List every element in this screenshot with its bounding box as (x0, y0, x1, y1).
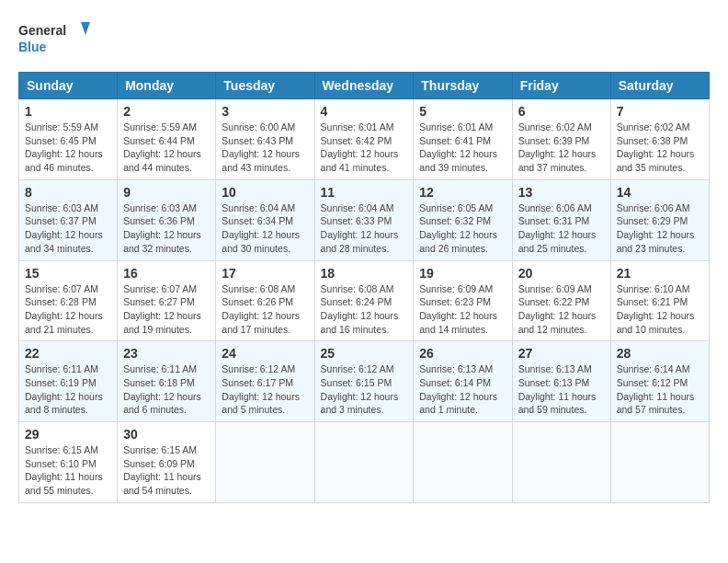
day-info: Sunrise: 6:07 AMSunset: 6:27 PMDaylight:… (123, 282, 210, 337)
calendar-cell (610, 422, 709, 503)
day-info: Sunrise: 6:10 AMSunset: 6:21 PMDaylight:… (617, 282, 703, 337)
day-number: 30 (123, 427, 210, 442)
day-number: 1 (25, 104, 111, 119)
day-number: 15 (25, 266, 111, 281)
calendar-cell: 1Sunrise: 5:59 AMSunset: 6:45 PMDaylight… (19, 99, 118, 180)
day-info: Sunrise: 5:59 AMSunset: 6:44 PMDaylight:… (123, 121, 210, 175)
day-info: Sunrise: 6:09 AMSunset: 6:23 PMDaylight:… (419, 282, 506, 337)
day-info: Sunrise: 6:08 AMSunset: 6:24 PMDaylight:… (321, 282, 408, 337)
day-info: Sunrise: 5:59 AMSunset: 6:45 PMDaylight:… (25, 121, 111, 175)
column-header-tuesday: Tuesday (216, 73, 314, 99)
calendar-cell: 27Sunrise: 6:13 AMSunset: 6:13 PMDayligh… (512, 341, 610, 422)
calendar-cell: 5Sunrise: 6:01 AMSunset: 6:41 PMDaylight… (414, 99, 512, 180)
calendar-cell: 11Sunrise: 6:04 AMSunset: 6:33 PMDayligh… (314, 179, 414, 260)
column-header-monday: Monday (118, 73, 216, 99)
week-row-1: 1Sunrise: 5:59 AMSunset: 6:45 PMDaylight… (19, 99, 710, 180)
day-number: 12 (419, 185, 506, 200)
calendar-cell (216, 422, 314, 503)
calendar-cell: 30Sunrise: 6:15 AMSunset: 6:09 PMDayligh… (118, 422, 216, 503)
day-number: 16 (123, 266, 210, 281)
calendar-cell: 14Sunrise: 6:06 AMSunset: 6:29 PMDayligh… (610, 179, 709, 260)
calendar-cell: 4Sunrise: 6:01 AMSunset: 6:42 PMDaylight… (314, 99, 414, 180)
calendar-cell: 10Sunrise: 6:04 AMSunset: 6:34 PMDayligh… (216, 179, 314, 260)
calendar-cell: 21Sunrise: 6:10 AMSunset: 6:21 PMDayligh… (610, 260, 709, 341)
day-number: 21 (617, 266, 703, 281)
svg-text:General: General (18, 23, 66, 38)
calendar-table: SundayMondayTuesdayWednesdayThursdayFrid… (18, 72, 710, 503)
column-header-friday: Friday (512, 73, 610, 99)
calendar-cell: 23Sunrise: 6:11 AMSunset: 6:18 PMDayligh… (118, 341, 216, 422)
calendar-cell: 20Sunrise: 6:09 AMSunset: 6:22 PMDayligh… (512, 260, 610, 341)
calendar-cell: 17Sunrise: 6:08 AMSunset: 6:26 PMDayligh… (216, 260, 314, 341)
day-number: 4 (321, 104, 408, 119)
svg-text:Blue: Blue (18, 40, 47, 54)
calendar-cell: 6Sunrise: 6:02 AMSunset: 6:39 PMDaylight… (512, 99, 610, 180)
week-row-5: 29Sunrise: 6:15 AMSunset: 6:10 PMDayligh… (19, 422, 710, 503)
calendar-cell: 25Sunrise: 6:12 AMSunset: 6:15 PMDayligh… (314, 341, 414, 422)
day-info: Sunrise: 6:11 AMSunset: 6:18 PMDaylight:… (123, 362, 210, 417)
page-header: General Blue (18, 18, 710, 63)
day-number: 7 (617, 104, 703, 119)
day-info: Sunrise: 6:12 AMSunset: 6:15 PMDaylight:… (321, 362, 408, 417)
calendar-cell: 9Sunrise: 6:03 AMSunset: 6:36 PMDaylight… (118, 179, 216, 260)
day-info: Sunrise: 6:02 AMSunset: 6:38 PMDaylight:… (617, 121, 703, 175)
calendar-cell: 22Sunrise: 6:11 AMSunset: 6:19 PMDayligh… (19, 341, 118, 422)
calendar-cell: 18Sunrise: 6:08 AMSunset: 6:24 PMDayligh… (314, 260, 414, 341)
week-row-3: 15Sunrise: 6:07 AMSunset: 6:28 PMDayligh… (19, 260, 710, 341)
calendar-cell: 13Sunrise: 6:06 AMSunset: 6:31 PMDayligh… (512, 179, 610, 260)
day-number: 13 (518, 185, 605, 200)
calendar-cell: 12Sunrise: 6:05 AMSunset: 6:32 PMDayligh… (414, 179, 512, 260)
day-number: 10 (222, 185, 308, 200)
day-number: 2 (123, 104, 210, 119)
logo-svg: General Blue (18, 18, 92, 63)
calendar-cell: 26Sunrise: 6:13 AMSunset: 6:14 PMDayligh… (414, 341, 512, 422)
day-number: 20 (518, 266, 605, 281)
day-number: 19 (419, 266, 506, 281)
column-header-saturday: Saturday (610, 73, 709, 99)
day-info: Sunrise: 6:02 AMSunset: 6:39 PMDaylight:… (518, 121, 605, 175)
column-header-thursday: Thursday (414, 73, 512, 99)
day-number: 24 (222, 346, 308, 361)
day-number: 5 (419, 104, 506, 119)
day-info: Sunrise: 6:01 AMSunset: 6:42 PMDaylight:… (321, 121, 408, 175)
day-number: 27 (518, 346, 605, 361)
day-number: 11 (321, 185, 408, 200)
calendar-cell (314, 422, 414, 503)
day-number: 6 (518, 104, 605, 119)
calendar-cell (414, 422, 512, 503)
week-row-2: 8Sunrise: 6:03 AMSunset: 6:37 PMDaylight… (19, 179, 710, 260)
day-number: 25 (321, 346, 408, 361)
calendar-cell: 24Sunrise: 6:12 AMSunset: 6:17 PMDayligh… (216, 341, 314, 422)
day-info: Sunrise: 6:13 AMSunset: 6:13 PMDaylight:… (518, 362, 605, 417)
day-number: 28 (617, 346, 703, 361)
day-number: 14 (617, 185, 703, 200)
calendar-cell: 15Sunrise: 6:07 AMSunset: 6:28 PMDayligh… (19, 260, 118, 341)
day-info: Sunrise: 6:11 AMSunset: 6:19 PMDaylight:… (25, 362, 111, 417)
calendar-cell: 16Sunrise: 6:07 AMSunset: 6:27 PMDayligh… (118, 260, 216, 341)
day-number: 9 (123, 185, 210, 200)
day-info: Sunrise: 6:05 AMSunset: 6:32 PMDaylight:… (419, 201, 506, 256)
calendar-cell: 29Sunrise: 6:15 AMSunset: 6:10 PMDayligh… (19, 422, 118, 503)
calendar-cell: 7Sunrise: 6:02 AMSunset: 6:38 PMDaylight… (610, 99, 709, 180)
day-info: Sunrise: 6:06 AMSunset: 6:29 PMDaylight:… (617, 201, 703, 256)
day-number: 17 (222, 266, 308, 281)
column-header-sunday: Sunday (19, 73, 118, 99)
day-number: 23 (123, 346, 210, 361)
day-info: Sunrise: 6:08 AMSunset: 6:26 PMDaylight:… (222, 282, 308, 337)
column-header-wednesday: Wednesday (314, 73, 414, 99)
day-info: Sunrise: 6:09 AMSunset: 6:22 PMDaylight:… (518, 282, 605, 337)
day-number: 8 (25, 185, 111, 200)
day-info: Sunrise: 6:12 AMSunset: 6:17 PMDaylight:… (222, 362, 308, 417)
day-info: Sunrise: 6:03 AMSunset: 6:37 PMDaylight:… (25, 201, 111, 256)
day-info: Sunrise: 6:06 AMSunset: 6:31 PMDaylight:… (518, 201, 605, 256)
day-number: 29 (25, 427, 111, 442)
calendar-cell: 19Sunrise: 6:09 AMSunset: 6:23 PMDayligh… (414, 260, 512, 341)
calendar-cell: 3Sunrise: 6:00 AMSunset: 6:43 PMDaylight… (216, 99, 314, 180)
day-info: Sunrise: 6:14 AMSunset: 6:12 PMDaylight:… (617, 362, 703, 417)
calendar-cell: 28Sunrise: 6:14 AMSunset: 6:12 PMDayligh… (610, 341, 709, 422)
day-info: Sunrise: 6:01 AMSunset: 6:41 PMDaylight:… (419, 121, 506, 175)
day-info: Sunrise: 6:13 AMSunset: 6:14 PMDaylight:… (419, 362, 506, 417)
day-info: Sunrise: 6:04 AMSunset: 6:34 PMDaylight:… (222, 201, 308, 256)
calendar-header-row: SundayMondayTuesdayWednesdayThursdayFrid… (19, 73, 710, 99)
day-info: Sunrise: 6:03 AMSunset: 6:36 PMDaylight:… (123, 201, 210, 256)
